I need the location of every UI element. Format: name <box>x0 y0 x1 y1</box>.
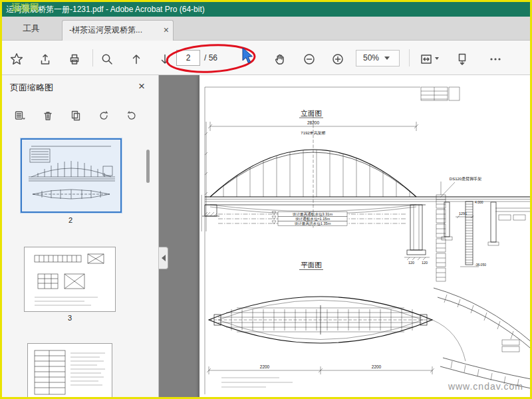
corner-watermark: 逗猫网 <box>11 2 39 14</box>
drawing-canvas: 立面图 28200 7192米高架桥 <box>200 75 530 397</box>
plan-view: 平面图 2200 2200 <box>207 261 434 387</box>
title-bar: 运河景观桥第一册-1231.pdf - Adobe Acrobat Pro (6… <box>2 2 530 17</box>
tab-document[interactable]: -栟茶运河景观桥第... × <box>62 20 174 41</box>
tab-close-icon[interactable]: × <box>164 21 169 40</box>
site-watermark: www.cndav.com <box>448 381 523 392</box>
page-number-input[interactable] <box>176 50 200 66</box>
thumbnail-page-3-label: 3 <box>20 314 120 322</box>
tab-tools[interactable]: 工具 <box>2 17 61 41</box>
thumbnail-scrollbar[interactable] <box>146 150 150 183</box>
print-button[interactable] <box>65 50 84 68</box>
more-tools-button[interactable] <box>486 50 505 68</box>
thumbnail-page-3[interactable] <box>24 247 116 312</box>
panel-close-icon[interactable]: × <box>138 80 145 93</box>
panel-title: 页面缩略图 <box>10 82 53 94</box>
tab-document-label: -栟茶运河景观桥第... <box>69 25 142 35</box>
zoom-marquee-button[interactable] <box>98 50 116 68</box>
zoom-in-button[interactable] <box>329 50 347 68</box>
tab-bar: 工具 -栟茶运河景观桥第... × <box>2 17 530 41</box>
document-viewport: 立面图 28200 7192米高架桥 <box>159 75 530 397</box>
plan-dim-left: 2200 <box>260 364 270 369</box>
chevron-down-icon <box>384 57 390 60</box>
rotate-cw-button[interactable] <box>123 107 140 124</box>
page-total-label: / 56 <box>204 53 217 63</box>
panel-collapse-handle[interactable] <box>159 247 168 269</box>
plan-dim-right: 2200 <box>372 364 382 369</box>
thumbnail-options-button[interactable] <box>11 107 29 124</box>
water-level-1: 设计最高通航水位3.31m <box>293 211 333 217</box>
rotate-ccw-button[interactable] <box>95 107 112 124</box>
panel-toolbar <box>2 102 158 130</box>
zoom-out-button[interactable] <box>300 50 319 68</box>
elevation-title-label: 立面图 <box>301 109 322 117</box>
thumbnail-page-2[interactable] <box>21 138 122 213</box>
plan-title-label: 平面图 <box>301 261 322 269</box>
pdf-page: 立面图 28200 7192米高架桥 <box>200 75 530 397</box>
scaffold-label: DS120悬臂脚手架 <box>450 176 481 182</box>
water-level-3: 设计最高洪水位1.35m <box>295 221 331 226</box>
elev-mark-bottom: -36.050 <box>475 263 486 267</box>
thumbnail-page-2-label: 2 <box>21 216 120 224</box>
ramp-curves <box>432 288 530 389</box>
panel-header: 页面缩略图 × <box>2 75 158 99</box>
previous-page-button[interactable] <box>127 50 146 68</box>
chevron-down-icon[interactable] <box>435 57 439 60</box>
main-toolbar: / 56 50% <box>2 41 530 75</box>
app-window: 运河景观桥第一册-1231.pdf - Adobe Acrobat Pro (6… <box>0 0 532 399</box>
page-scrolling-button[interactable] <box>453 50 471 68</box>
pier-dim-right: 120 <box>422 261 428 265</box>
water-level-2: 设计通航水位≈1.15m <box>295 216 331 221</box>
next-page-button[interactable] <box>156 50 174 68</box>
hand-tool-button[interactable] <box>271 50 289 68</box>
pier-dim-left: 120 <box>408 261 414 265</box>
elevation-view: 立面图 28200 7192米高架桥 <box>201 109 530 265</box>
favorites-star-button[interactable] <box>7 50 26 68</box>
chevron-left-icon <box>162 255 166 261</box>
approach-structure: DS120悬臂脚手架 1291 <box>421 87 530 281</box>
share-button[interactable] <box>36 50 55 68</box>
thumbnail-page-4[interactable] <box>27 343 112 399</box>
thumbnails-panel: 页面缩略图 × <box>2 75 159 397</box>
zoom-level-value: 50% <box>363 53 379 63</box>
delete-pages-button[interactable] <box>39 107 57 124</box>
elev-mark-top: 4.000 <box>475 200 483 204</box>
toolbar-separator <box>92 49 93 66</box>
fit-width-button[interactable] <box>417 50 436 68</box>
toolbar-separator <box>409 49 410 66</box>
insert-pages-button[interactable] <box>67 107 84 124</box>
zoom-level-dropdown[interactable]: 50% <box>356 50 400 66</box>
